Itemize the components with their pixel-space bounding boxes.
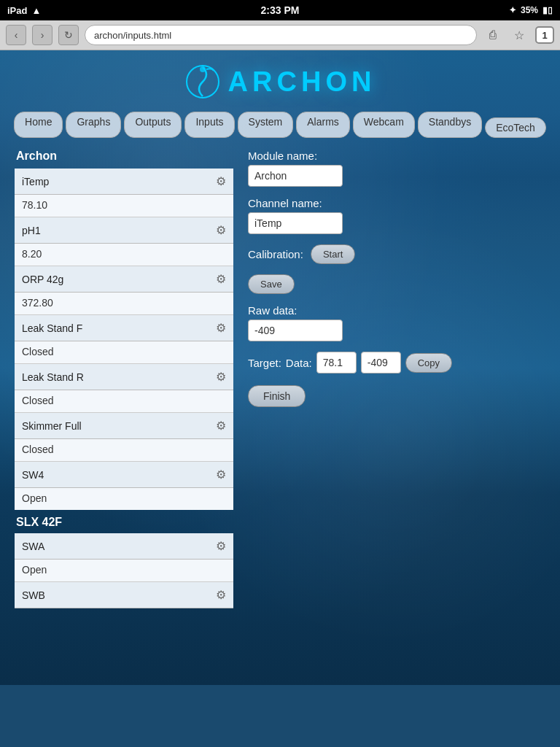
- target-value: 78.1: [316, 352, 357, 374]
- sensor-value: 78.10: [15, 195, 233, 217]
- sensor-header: pH1⚙: [15, 217, 233, 244]
- gear-icon[interactable]: ⚙: [216, 370, 226, 384]
- gear-icon[interactable]: ⚙: [216, 174, 226, 188]
- sensor-name: ORP 42g: [22, 274, 63, 285]
- status-bar: iPad ▲ 2:33 PM ✦ 35% ▮▯: [0, 0, 560, 20]
- reload-button[interactable]: ↻: [58, 25, 79, 45]
- status-right: ✦ 35% ▮▯: [509, 5, 553, 15]
- sensor-name: SW4: [22, 469, 44, 481]
- calibration-label: Calibration:: [248, 248, 303, 260]
- nav-tab-outputs[interactable]: Outputs: [124, 112, 182, 138]
- list-item: Leak Stand R⚙Closed: [15, 364, 233, 413]
- raw-data-input[interactable]: [248, 320, 343, 341]
- sensor-value: Open: [15, 488, 233, 510]
- time-label: 2:33 PM: [261, 4, 300, 16]
- browser-bar: ‹ › ↻ ⎙ ☆ 1: [0, 20, 560, 50]
- sensor-name: iTemp: [22, 176, 49, 187]
- sensor-value: Open: [15, 560, 233, 581]
- sensor-value: 372.80: [15, 293, 233, 314]
- share-icon[interactable]: ⎙: [483, 25, 503, 45]
- gear-icon[interactable]: ⚙: [216, 223, 226, 237]
- module-name-label: Module name:: [248, 150, 545, 162]
- list-item: SWA⚙Open: [15, 533, 233, 582]
- channel-name-input[interactable]: [248, 212, 343, 234]
- logo-text: ARCHON: [228, 66, 376, 98]
- sensor-header: Leak Stand R⚙: [15, 364, 233, 390]
- ocean-background: ARCHON HomeGraphsOutputsInputsSystemAlar…: [0, 50, 560, 685]
- target-row: Target: Data: 78.1 -409 Copy: [248, 352, 545, 374]
- nav-tab-webcam[interactable]: Webcam: [353, 112, 415, 138]
- gear-icon[interactable]: ⚙: [216, 419, 226, 433]
- module-name-input[interactable]: [248, 165, 343, 187]
- sensor-value: Closed: [15, 390, 233, 412]
- url-bar[interactable]: [85, 25, 477, 45]
- battery-pct: 35%: [521, 5, 538, 15]
- sensor-name: SWB: [22, 589, 45, 601]
- sensor-header: SWB⚙: [15, 582, 233, 608]
- list-item: iTemp⚙78.10: [15, 169, 233, 217]
- nav-tab-standbys[interactable]: Standbys: [418, 112, 482, 138]
- tab-count[interactable]: 1: [535, 26, 554, 44]
- svg-point-1: [200, 66, 206, 72]
- nav-tab-ecotech[interactable]: EcoTech: [485, 117, 546, 138]
- save-row: Save: [248, 274, 545, 294]
- list-item: ORP 42g⚙372.80: [15, 266, 233, 315]
- nav-tab-alarms[interactable]: Alarms: [296, 112, 350, 138]
- logo-icon: [184, 63, 221, 100]
- bookmark-icon[interactable]: ☆: [509, 25, 529, 45]
- wifi-icon: ▲: [31, 5, 41, 16]
- calibration-row: Calibration: Start: [248, 244, 545, 264]
- battery-icon: ▮▯: [542, 5, 553, 15]
- sensor-header: iTemp⚙: [15, 169, 233, 195]
- back-button[interactable]: ‹: [6, 25, 26, 45]
- sensor-header: ORP 42g⚙: [15, 266, 233, 293]
- finish-button[interactable]: Finish: [248, 385, 306, 407]
- module2-label: SLX 42F: [16, 516, 233, 529]
- sensor-value: 8.20: [15, 244, 233, 266]
- left-panel: Archon iTemp⚙78.10pH1⚙8.20ORP 42g⚙372.80…: [15, 150, 233, 608]
- nav-tab-system[interactable]: System: [238, 112, 294, 138]
- sensor-name: pH1: [22, 225, 41, 236]
- sensor-list-2: SWA⚙OpenSWB⚙: [15, 533, 233, 608]
- bluetooth-icon: ✦: [509, 5, 516, 15]
- module-name-row: Module name:: [248, 150, 545, 187]
- target-label: Target:: [248, 357, 281, 369]
- nav-tab-inputs[interactable]: Inputs: [184, 112, 234, 138]
- carrier-label: iPad: [7, 5, 27, 16]
- sensor-list: iTemp⚙78.10pH1⚙8.20ORP 42g⚙372.80Leak St…: [15, 169, 233, 510]
- sensor-name: Leak Stand F: [22, 322, 82, 334]
- channel-name-label: Channel name:: [248, 197, 545, 209]
- gear-icon[interactable]: ⚙: [216, 468, 226, 481]
- sensor-header: Skimmer Full⚙: [15, 413, 233, 439]
- save-button[interactable]: Save: [248, 274, 295, 294]
- data-label: Data:: [286, 357, 312, 369]
- sensor-value: Closed: [15, 341, 233, 363]
- gear-icon[interactable]: ⚙: [216, 588, 226, 602]
- list-item: Skimmer Full⚙Closed: [15, 413, 233, 462]
- gear-icon[interactable]: ⚙: [216, 321, 226, 335]
- forward-button[interactable]: ›: [32, 25, 52, 45]
- sensor-value: Closed: [15, 439, 233, 461]
- sensor-header: SWA⚙: [15, 533, 233, 560]
- sensor-name: Leak Stand R: [22, 371, 84, 383]
- right-panel: Module name: Channel name: Calibration: …: [248, 150, 545, 608]
- sensor-header: Leak Stand F⚙: [15, 315, 233, 341]
- module-label: Archon: [15, 150, 233, 163]
- raw-data-row: Raw data:: [248, 304, 545, 341]
- sensor-name: Skimmer Full: [22, 420, 82, 432]
- list-item: Leak Stand F⚙Closed: [15, 315, 233, 364]
- raw-data-label: Raw data:: [248, 304, 545, 317]
- start-button[interactable]: Start: [311, 244, 355, 264]
- nav-tabs: HomeGraphsOutputsInputsSystemAlarmsWebca…: [0, 107, 560, 142]
- status-left: iPad ▲: [7, 5, 41, 16]
- gear-icon[interactable]: ⚙: [216, 539, 226, 553]
- copy-button[interactable]: Copy: [405, 353, 452, 373]
- logo-area: ARCHON: [0, 50, 560, 107]
- sensor-name: SWA: [22, 541, 44, 552]
- channel-name-row: Channel name:: [248, 197, 545, 234]
- list-item: pH1⚙8.20: [15, 217, 233, 266]
- nav-tab-home[interactable]: Home: [14, 112, 63, 138]
- sensor-header: SW4⚙: [15, 462, 233, 488]
- nav-tab-graphs[interactable]: Graphs: [66, 112, 121, 138]
- gear-icon[interactable]: ⚙: [216, 272, 226, 286]
